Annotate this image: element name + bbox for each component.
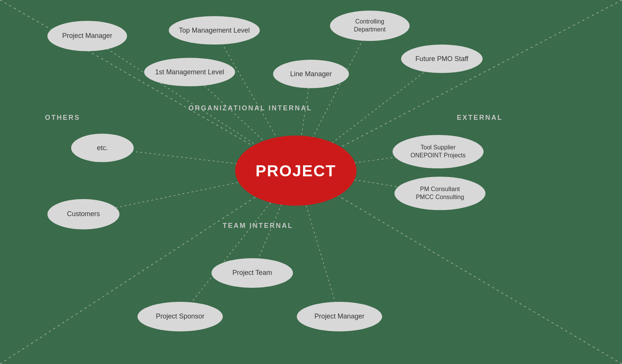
node-controlling-dept: ControllingDepartment [330,11,410,41]
node-etc: etc. [71,134,134,162]
node-project-manager-top: Project Manager [47,21,127,51]
section-label-external: EXTERNAL [457,114,503,122]
node-project-team: Project Team [212,258,293,288]
node-customers: Customers [47,199,119,229]
node-pm-consultant: PM ConsultantPMCC Consulting [394,177,485,210]
node-project-manager-bottom: Project Manager [297,302,382,331]
node-project-sponsor: Project Sponsor [138,302,223,331]
section-label-team-internal: TEAM INTERNAL [223,222,293,230]
section-label-org-internal: ORGANIZATIONAL INTERNAL [188,104,312,112]
node-first-mgmt: 1st Management Level [144,58,235,86]
node-future-pmo: Future PMO Staff [401,45,483,73]
section-label-others: OTHERS [45,114,80,122]
project-center: PROJECT [235,136,357,206]
node-top-management: Top Management Level [169,16,260,45]
node-tool-supplier: Tool SupplierONEPOINT Projects [393,135,484,168]
node-line-manager: Line Manager [273,60,349,88]
